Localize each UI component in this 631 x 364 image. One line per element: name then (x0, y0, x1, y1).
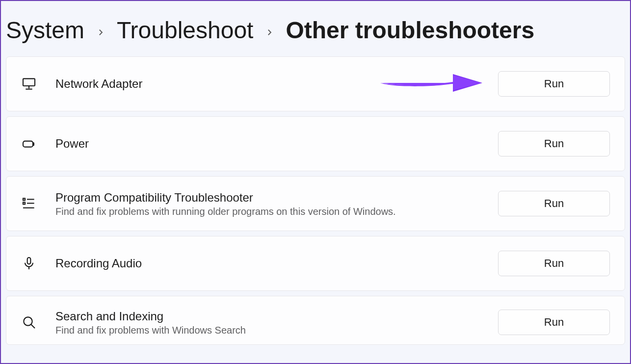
breadcrumb: System Troubleshoot Other troubleshooter… (1, 1, 630, 52)
microphone-icon (21, 256, 55, 271)
troubleshooter-description: Find and fix problems with running older… (55, 206, 498, 217)
monitor-stand-icon (21, 76, 55, 92)
svg-rect-7 (23, 202, 25, 204)
troubleshooter-card-program-compatibility: Program Compatibility Troubleshooter Fin… (6, 176, 625, 231)
breadcrumb-current: Other troubleshooters (286, 17, 534, 44)
breadcrumb-troubleshoot[interactable]: Troubleshoot (117, 17, 253, 44)
chevron-right-icon (265, 25, 274, 40)
breadcrumb-system[interactable]: System (6, 17, 84, 44)
battery-icon (21, 136, 55, 152)
troubleshooter-title: Program Compatibility Troubleshooter (55, 190, 498, 205)
search-icon (21, 314, 55, 330)
troubleshooter-card-recording-audio: Recording Audio Run (6, 236, 625, 291)
svg-rect-5 (23, 198, 25, 200)
svg-rect-10 (27, 258, 31, 264)
troubleshooter-list: Network Adapter Run Power (1, 52, 630, 345)
troubleshooter-card-search-indexing: Search and Indexing Find and fix problem… (6, 296, 625, 345)
troubleshooter-card-network-adapter: Network Adapter Run (6, 56, 625, 111)
run-button-network-adapter[interactable]: Run (498, 71, 610, 97)
troubleshooter-description: Find and fix problems with Windows Searc… (55, 325, 498, 336)
troubleshooter-card-power: Power Run (6, 116, 625, 171)
svg-line-13 (31, 325, 35, 328)
run-button-power[interactable]: Run (498, 131, 610, 156)
troubleshooter-title: Recording Audio (55, 256, 498, 271)
run-button-program-compatibility[interactable]: Run (498, 191, 610, 216)
chevron-right-icon (96, 25, 105, 40)
compat-list-icon (21, 196, 55, 211)
svg-rect-3 (23, 141, 33, 147)
svg-rect-0 (23, 78, 35, 86)
run-button-recording-audio[interactable]: Run (498, 251, 610, 276)
troubleshooter-title: Search and Indexing (55, 309, 498, 324)
troubleshooter-title: Power (55, 136, 498, 151)
run-button-search-indexing[interactable]: Run (498, 310, 610, 335)
troubleshooter-title: Network Adapter (55, 76, 498, 91)
svg-point-12 (24, 317, 32, 325)
